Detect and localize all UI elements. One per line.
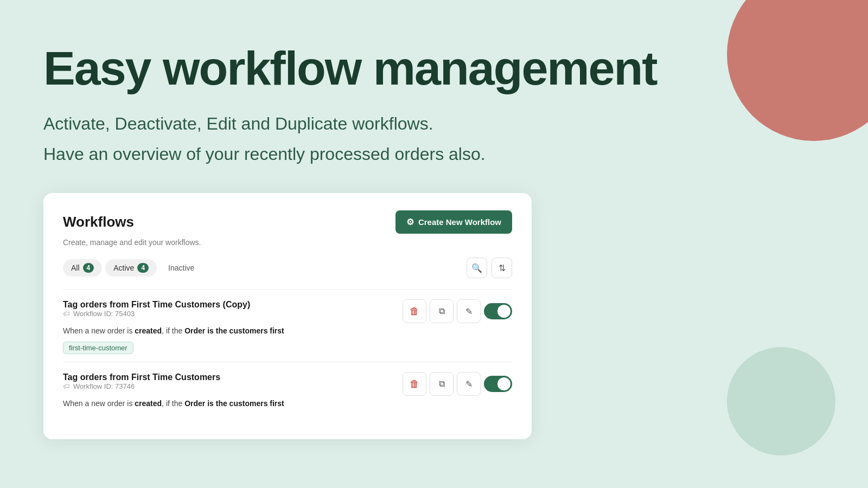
workflow-item-1-id-text: Workflow ID: 75403 — [73, 310, 135, 318]
workflow-item-1-toggle[interactable] — [484, 303, 512, 319]
sort-icon: ⇅ — [499, 263, 506, 273]
tab-all[interactable]: All 4 — [63, 259, 102, 277]
workflow-item-2-header: Tag orders from First Time Customers 🏷 W… — [63, 372, 512, 396]
create-workflow-button[interactable]: ⚙ Create New Workflow — [395, 210, 512, 234]
workflow-item-1-description: When a new order is created, if the Orde… — [63, 326, 512, 335]
hero-subtitle-1: Activate, Deactivate, Edit and Duplicate… — [43, 111, 825, 137]
delete-icon-2: 🗑 — [410, 378, 419, 390]
workflow-item-2-name: Tag orders from First Time Customers — [63, 373, 220, 382]
tab-all-badge: 4 — [83, 263, 94, 273]
workflow-item-2-info: Tag orders from First Time Customers 🏷 W… — [63, 373, 220, 396]
workflow-item-2-actions: 🗑 ⧉ ✎ — [403, 372, 512, 396]
hero-subtitle-2: Have an overview of your recently proces… — [43, 141, 825, 167]
workflow-item-1-copy-button[interactable]: ⧉ — [430, 299, 454, 323]
delete-icon: 🗑 — [410, 306, 419, 317]
workflow-item-1-delete-button[interactable]: 🗑 — [403, 299, 426, 323]
tab-active-label: Active — [113, 264, 134, 272]
create-workflow-label: Create New Workflow — [418, 217, 501, 227]
copy-icon: ⧉ — [439, 306, 445, 316]
workflow-id-icon-2: 🏷 — [63, 382, 70, 390]
workflow-item-1-name: Tag orders from First Time Customers (Co… — [63, 300, 250, 310]
workflow-item-1-id: 🏷 Workflow ID: 75403 — [63, 310, 250, 318]
edit-icon: ✎ — [465, 306, 473, 317]
copy-icon-2: ⧉ — [439, 379, 445, 389]
tab-inactive[interactable]: Inactive — [160, 260, 202, 276]
edit-icon-2: ✎ — [465, 379, 473, 389]
workflow-item-1-info: Tag orders from First Time Customers (Co… — [63, 300, 250, 323]
search-filter-button[interactable]: 🔍 — [467, 258, 487, 278]
workflow-item-2-id-text: Workflow ID: 73746 — [73, 382, 135, 390]
workflow-item-2-id: 🏷 Workflow ID: 73746 — [63, 382, 220, 390]
workflow-item-1-actions: 🗑 ⧉ ✎ — [403, 299, 512, 323]
workflow-id-icon: 🏷 — [63, 310, 70, 318]
tabs-container: All 4 Active 4 Inactive — [63, 259, 202, 277]
workflow-item-2-delete-button[interactable]: 🗑 — [403, 372, 426, 396]
workflows-card: Workflows ⚙ Create New Workflow Create, … — [43, 193, 532, 439]
workflow-item-2-copy-button[interactable]: ⧉ — [430, 372, 454, 396]
page-content: Easy workflow management Activate, Deact… — [0, 0, 868, 439]
tab-active-badge: 4 — [137, 263, 149, 273]
sort-button[interactable]: ⇅ — [492, 258, 512, 278]
tab-active[interactable]: Active 4 — [105, 259, 157, 277]
workflow-item-1-edit-button[interactable]: ✎ — [457, 299, 481, 323]
card-header: Workflows ⚙ Create New Workflow — [63, 210, 512, 234]
workflow-item-2-edit-button[interactable]: ✎ — [457, 372, 481, 396]
workflow-item-2-toggle[interactable] — [484, 376, 512, 392]
tab-all-label: All — [71, 264, 80, 272]
tabs-row: All 4 Active 4 Inactive 🔍 ⇅ — [63, 258, 512, 278]
workflow-item-1-tag: first-time-customer — [63, 342, 133, 354]
card-title: Workflows — [63, 214, 134, 230]
tab-inactive-label: Inactive — [168, 264, 194, 272]
gear-icon: ⚙ — [406, 217, 414, 227]
workflow-item-1-header: Tag orders from First Time Customers (Co… — [63, 299, 512, 323]
hero-title: Easy workflow management — [43, 43, 825, 93]
workflow-item-1: Tag orders from First Time Customers (Co… — [63, 289, 512, 362]
workflow-item-2-description: When a new order is created, if the Orde… — [63, 399, 512, 408]
card-description: Create, manage and edit your workflows. — [63, 238, 512, 247]
workflow-item-2: Tag orders from First Time Customers 🏷 W… — [63, 362, 512, 422]
search-icon: 🔍 — [471, 263, 482, 273]
tab-tools: 🔍 ⇅ — [467, 258, 512, 278]
